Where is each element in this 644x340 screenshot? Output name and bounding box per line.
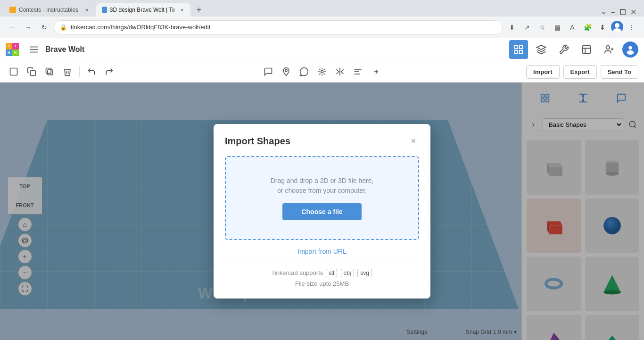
modal-divider [225,263,419,263]
lock-icon: 🔒 [60,24,67,31]
gallery-icon [581,44,592,55]
translate-btn[interactable]: A [566,21,579,34]
undo-icon [87,67,96,76]
reflect-btn[interactable] [368,64,384,80]
logo-cell-ca: N [6,50,12,56]
grid-view-btn[interactable] [509,40,528,59]
avatar-icon [625,44,636,55]
new-icon [9,67,18,76]
logo-cell-d: K [12,50,19,56]
import-url-link[interactable]: Import from URL [225,248,419,255]
bookmark-btn[interactable]: ☆ [536,21,549,34]
comment-btn[interactable] [260,64,276,80]
tab-contests[interactable]: Contests - Instructables ✕ [4,3,96,17]
import-shapes-modal: Import Shapes × Drag and drop a 2D or 3D… [214,124,430,299]
redo-icon [105,67,114,76]
reflect-icon [371,67,380,76]
tab-close-1[interactable]: ✕ [83,6,91,14]
tab-tinkercad[interactable]: 3D design Brave Wolt | Tinkercad ✕ [96,3,190,17]
new-tab-button[interactable]: + [192,3,206,17]
modal-close-btn[interactable]: × [408,135,419,147]
choose-file-btn[interactable]: Choose a file [282,203,361,220]
address-bar[interactable]: 🔒 tinkercad.com/things/dwORldqF83K-brave… [54,20,503,34]
toolbar-right-actions: Import Export Send To [526,65,638,79]
minimize-btn[interactable]: – [611,8,615,17]
align-icon [353,67,363,76]
logo-cell-ker: I [12,43,19,50]
mirror-btn[interactable] [332,64,348,80]
new-btn[interactable] [6,64,22,80]
comment-icon [264,67,273,76]
share-btn[interactable]: ↗ [520,21,534,34]
send-to-btn[interactable]: Send To [601,65,638,79]
browser-nav: ← → ↻ 🔒 tinkercad.com/things/dwORldqF83K… [0,17,644,38]
download-page-btn[interactable]: ⬇ [505,21,519,34]
svg-point-18 [321,71,323,73]
svg-rect-14 [31,71,36,76]
format-svg: svg [357,269,372,277]
align-btn[interactable] [350,64,366,80]
tab-favicon-1 [9,7,16,13]
tab-label-2: 3D design Brave Wolt | Tinkercad [110,7,174,13]
file-size-label: File size upto 25MB [225,280,419,287]
import-btn[interactable]: Import [526,65,559,79]
tools-btn[interactable] [554,40,573,59]
export-btn[interactable]: Export [563,65,597,79]
pin-icon [281,67,291,76]
forward-button[interactable]: → [22,21,35,34]
modal-header: Import Shapes × [225,135,419,147]
svg-point-12 [627,50,634,54]
logo-cell-tin: T [6,43,12,50]
lessons-btn[interactable] [532,40,551,59]
address-text: tinkercad.com/things/dwORldqF83K-brave-w… [71,24,210,31]
svg-point-8 [606,45,610,49]
svg-rect-15 [48,70,53,75]
toolbar-divider-1 [79,66,80,77]
format-stl: stl [326,269,337,277]
modal-overlay[interactable]: Import Shapes × Drag and drop a 2D or 3D… [0,83,644,340]
maximize-btn[interactable]: ⧠ [619,8,627,17]
gallery-btn[interactable] [577,40,596,59]
add-user-btn[interactable] [600,40,619,59]
save-btn[interactable]: ⬇ [596,21,609,34]
tab-menu-icon[interactable]: ⌄ [600,6,607,17]
drop-zone-line1: Drag and drop a 2D or 3D file here, [271,177,374,184]
speech-btn[interactable] [296,64,312,80]
main-area: Workplane Settings Snap Grid 1.0 mm ▾ TO… [0,83,644,340]
redo-btn[interactable] [101,64,117,80]
pin-btn[interactable] [278,64,294,80]
refresh-button[interactable]: ↻ [38,21,51,34]
svg-point-17 [285,69,287,71]
lessons-icon [536,44,546,55]
format-obj: obj [341,269,354,277]
duplicate-btn[interactable] [41,64,58,80]
user-avatar-btn[interactable] [622,41,638,58]
extensions-btn[interactable]: 🧩 [581,21,594,34]
delete-icon [63,67,72,76]
formats-label: Tinkercad supports [271,269,323,276]
drop-zone[interactable]: Drag and drop a 2D or 3D file here, or c… [225,156,419,240]
close-window-btn[interactable]: ✕ [630,8,636,17]
undo-btn[interactable] [83,64,99,80]
header-right [509,40,638,59]
back-button[interactable]: ← [6,21,19,34]
group-btn[interactable] [314,64,330,80]
mirror-icon [335,67,345,76]
svg-rect-6 [520,50,522,53]
speech-icon [299,67,309,76]
tinkercad-logo[interactable]: T I N K [6,43,19,56]
copy-btn[interactable] [24,64,40,80]
profile-btn[interactable] [611,21,623,33]
app-header: T I N K Brave Wolt [0,38,644,61]
modal-title: Import Shapes [225,136,290,147]
tab-close-2[interactable]: ✕ [179,6,185,14]
svg-rect-4 [520,45,522,48]
menu-btn[interactable]: ⋮ [625,21,638,34]
delete-btn[interactable] [59,64,75,80]
group-icon [317,67,327,76]
hamburger-menu-btn[interactable] [25,40,43,59]
drop-zone-text: Drag and drop a 2D or 3D file here, or c… [235,176,409,196]
toolbar: Import Export Send To [0,61,644,83]
svg-rect-5 [515,50,518,53]
reading-mode-btn[interactable]: ▤ [551,21,564,34]
